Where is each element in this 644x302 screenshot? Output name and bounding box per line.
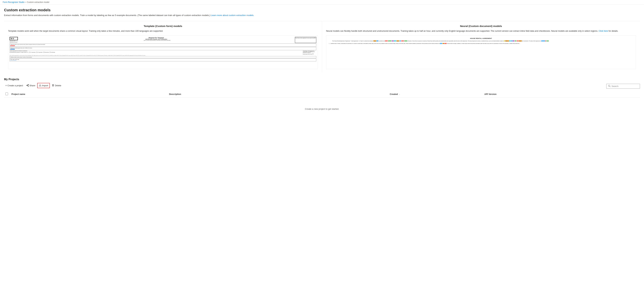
w9-name-value: JOBE HPC xyxy=(10,45,15,46)
col-header-created[interactable]: Created ↓ xyxy=(388,91,482,98)
main-content: Custom extraction models Extract informa… xyxy=(0,5,644,124)
create-project-label: Create a project xyxy=(8,84,23,87)
w9-business-value: Arctex Inc. xyxy=(10,49,15,50)
plus-icon: + xyxy=(6,84,7,87)
w9-checkboxes: Individual/sole proprietor or single-mem… xyxy=(10,52,302,53)
search-input[interactable] xyxy=(612,85,638,88)
w9-instruction: ▶ Go to www.irs.gov/FormW9 for instructi… xyxy=(18,40,294,41)
w9-form-number: W-9 xyxy=(10,37,18,40)
col-header-description: Description xyxy=(167,91,388,98)
select-all-header xyxy=(4,91,10,98)
w9-business-field: 2 Business name/disregarded entity name,… xyxy=(10,47,316,50)
template-model-preview: W-9 Rev. October 2018 Department of the … xyxy=(8,35,318,69)
search-container xyxy=(606,84,640,89)
learn-more-link[interactable]: Learn more about custom extraction model… xyxy=(211,14,254,17)
breadcrumb: Form Recognizer Studio > Custom extracti… xyxy=(0,0,644,5)
sort-icon-created: ↓ xyxy=(399,93,400,95)
create-project-button[interactable]: + Create a project xyxy=(4,83,24,88)
neural-click-here-link[interactable]: Click here xyxy=(598,30,608,32)
w9-name-field: 1 Name (as shown on your income tax retu… xyxy=(10,44,316,47)
w9-give-form: Give Form to the requester. Do not send … xyxy=(295,37,316,43)
w9-title-main: Request for Taxpayer xyxy=(18,37,294,39)
projects-table: Project name Description Created ↓ API V… xyxy=(4,91,640,98)
delete-icon xyxy=(52,84,54,87)
import-label: Import xyxy=(42,84,48,87)
model-comparison: Template (Custom form) models Template m… xyxy=(4,21,640,73)
import-icon xyxy=(39,84,41,87)
rental-agreement-body: This House Rental Agreement ("Agreement,… xyxy=(329,40,633,44)
breadcrumb-current: Custom extraction model xyxy=(27,1,49,3)
my-projects-title: My Projects xyxy=(4,78,640,81)
col-header-project-name: Project name xyxy=(10,91,167,98)
my-projects-section: My Projects + Create a project Share xyxy=(4,78,640,120)
neural-model-description: Neural models can flexibly handle both s… xyxy=(326,30,636,33)
template-model-title: Template (Custom form) models xyxy=(8,25,318,28)
template-model-description: Template models work well when the targe… xyxy=(8,30,318,33)
share-button[interactable]: Share xyxy=(25,83,37,88)
w9-title-sub: Identification Number and Certification xyxy=(18,39,294,40)
col-header-api-version: API Version xyxy=(482,91,640,98)
page-description: Extract information from forms and docum… xyxy=(4,14,640,17)
projects-toolbar: + Create a project Share xyxy=(4,83,62,90)
share-label: Share xyxy=(30,84,35,87)
page-title: Custom extraction models xyxy=(4,8,640,12)
empty-state: Create a new project to get started. xyxy=(4,98,640,120)
svg-line-1 xyxy=(610,86,610,87)
select-all-checkbox[interactable] xyxy=(6,93,8,95)
template-model-column: Template (Custom form) models Template m… xyxy=(4,21,322,73)
delete-button[interactable]: Delete xyxy=(50,83,62,88)
w9-city-field: 6 City, state, and ZIP code 1875 York Av… xyxy=(10,59,316,61)
rental-agreement-title: HOUSE RENTAL AGREEMENT xyxy=(329,38,633,39)
search-icon xyxy=(608,85,610,88)
neural-model-preview: HOUSE RENTAL AGREEMENT This House Rental… xyxy=(326,35,636,69)
projects-table-area: Project name Description Created ↓ API V… xyxy=(4,91,640,120)
breadcrumb-separator: > xyxy=(25,1,26,3)
projects-table-header: Project name Description Created ↓ API V… xyxy=(4,91,640,98)
share-icon xyxy=(26,84,29,87)
neural-model-column: Neural (Custom document) models Neural m… xyxy=(322,21,640,73)
neural-model-title: Neural (Custom document) models xyxy=(326,25,636,28)
w9-address-field: 5 Address (number, street, and apt. or s… xyxy=(10,56,316,58)
import-button[interactable]: Import xyxy=(37,83,50,88)
delete-label: Delete xyxy=(55,84,61,87)
breadcrumb-home-link[interactable]: Form Recognizer Studio xyxy=(3,1,24,3)
